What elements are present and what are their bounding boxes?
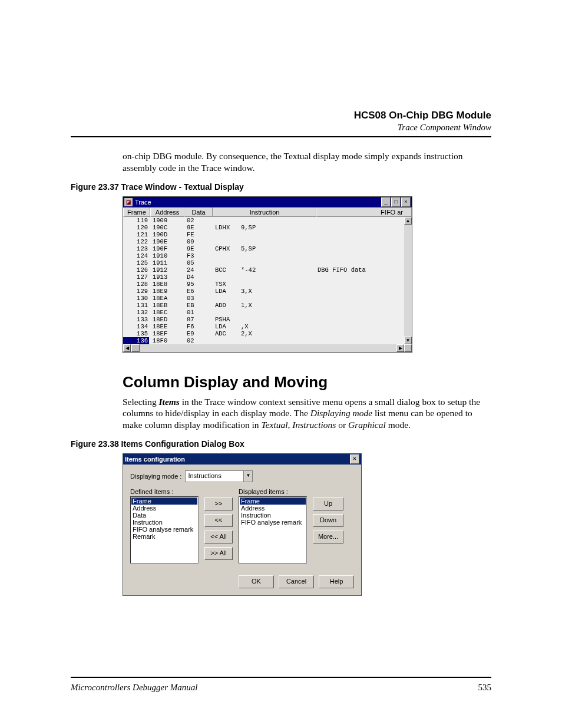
list-item[interactable]: Address bbox=[240, 505, 306, 512]
scroll-thumb[interactable] bbox=[131, 344, 140, 352]
ok-button[interactable]: OK bbox=[239, 575, 274, 588]
close-icon[interactable]: × bbox=[350, 454, 359, 464]
cell-frame: 136 bbox=[123, 337, 149, 344]
trace-row[interactable]: 1241910F3 bbox=[123, 252, 412, 259]
col-header-fifo[interactable]: FIFO ar bbox=[316, 207, 412, 217]
cell-frame: 121 bbox=[123, 231, 149, 238]
col-header-instruction[interactable]: Instruction bbox=[213, 207, 316, 217]
cancel-button[interactable]: Cancel bbox=[279, 575, 314, 588]
trace-row[interactable]: 126191224BCC*-42DBG FIFO data bbox=[123, 266, 412, 274]
items-dialog-titlebar[interactable]: Items configuration × bbox=[123, 454, 361, 465]
trace-row[interactable]: 119190902 bbox=[123, 217, 412, 224]
minimize-button[interactable]: _ bbox=[381, 197, 391, 207]
trace-title: Trace bbox=[135, 199, 151, 206]
horizontal-scrollbar[interactable]: ◀ ▶ bbox=[123, 344, 412, 353]
displayed-items-list[interactable]: FrameAddressInstructionFIFO analyse rema… bbox=[239, 496, 307, 564]
trace-row[interactable]: 1271913D4 bbox=[123, 274, 412, 281]
list-item[interactable]: Frame bbox=[240, 498, 306, 505]
list-item[interactable]: Instruction bbox=[131, 519, 197, 526]
trace-row[interactable]: 13118EBEBADD1,X bbox=[123, 302, 412, 309]
items-config-dialog: Items configuration × Displaying mode : … bbox=[123, 453, 362, 596]
cell-fifo bbox=[316, 281, 412, 288]
cell-frame: 120 bbox=[123, 224, 149, 231]
maximize-button[interactable]: □ bbox=[391, 197, 401, 207]
trace-row[interactable]: 13618F002 bbox=[123, 337, 412, 344]
cell-operand bbox=[240, 238, 316, 245]
trace-row[interactable]: 13318ED87PSHA bbox=[123, 316, 412, 323]
list-item[interactable]: Data bbox=[131, 512, 197, 519]
trace-body[interactable]: 119190902120190C9ELDHX9,SP121190DFE12219… bbox=[123, 217, 412, 344]
cell-data: FE bbox=[184, 231, 213, 238]
defined-items-list[interactable]: FrameAddressDataInstructionFIFO analyse … bbox=[130, 496, 199, 564]
scroll-down-arrow-icon[interactable]: ▼ bbox=[404, 337, 412, 344]
list-item[interactable]: FIFO analyse remark bbox=[131, 526, 197, 533]
cell-operand: 5,SP bbox=[240, 245, 316, 252]
col-header-data[interactable]: Data bbox=[184, 207, 213, 217]
cell-fifo bbox=[316, 224, 412, 231]
intro-paragraph: on-chip DBG module. By consequence, the … bbox=[123, 150, 491, 174]
list-item[interactable]: FIFO analyse remark bbox=[240, 519, 306, 526]
cell-operand bbox=[240, 337, 316, 344]
cell-frame: 130 bbox=[123, 295, 149, 302]
trace-row[interactable]: 125191105 bbox=[123, 259, 412, 266]
move-right-all-button[interactable]: >> All bbox=[204, 547, 233, 560]
cell-fifo bbox=[316, 245, 412, 252]
cell-frame: 129 bbox=[123, 288, 149, 295]
scroll-up-arrow-icon[interactable]: ▲ bbox=[404, 217, 412, 225]
scroll-left-arrow-icon[interactable]: ◀ bbox=[123, 344, 131, 352]
cell-operand bbox=[240, 309, 316, 316]
cell-operand bbox=[240, 274, 316, 281]
cell-frame: 135 bbox=[123, 330, 149, 337]
cell-operand: ,X bbox=[240, 323, 316, 330]
cell-fifo bbox=[316, 323, 412, 330]
more-button[interactable]: More... bbox=[313, 531, 343, 543]
cell-mnemonic: BCC bbox=[213, 266, 240, 274]
move-left-all-button[interactable]: << All bbox=[204, 531, 233, 543]
trace-row[interactable]: 13018EA03 bbox=[123, 295, 412, 302]
cell-operand bbox=[240, 295, 316, 302]
cell-data: 9E bbox=[184, 224, 213, 231]
cell-address: 18EA bbox=[149, 295, 184, 302]
trace-row[interactable]: 13518EFE9ADC2,X bbox=[123, 330, 412, 337]
trace-titlebar[interactable]: ◪ Trace _ □ × bbox=[123, 197, 412, 207]
col-header-frame[interactable]: Frame bbox=[123, 207, 150, 217]
trace-row[interactable]: 121190DFE bbox=[123, 231, 412, 238]
cell-mnemonic bbox=[213, 238, 240, 245]
cell-frame: 132 bbox=[123, 309, 149, 316]
cell-fifo bbox=[316, 309, 412, 316]
list-item[interactable]: Instruction bbox=[240, 512, 306, 519]
help-button[interactable]: Help bbox=[319, 575, 354, 588]
vertical-scrollbar[interactable]: ▲ ▼ bbox=[404, 217, 412, 344]
trace-row[interactable]: 13218EC01 bbox=[123, 309, 412, 316]
trace-row[interactable]: 122190E09 bbox=[123, 238, 412, 245]
cell-address: 1910 bbox=[149, 252, 184, 259]
cell-mnemonic bbox=[213, 309, 240, 316]
cell-data: D4 bbox=[184, 274, 213, 281]
close-button[interactable]: × bbox=[401, 197, 411, 207]
trace-row[interactable]: 13418EEF6LDA,X bbox=[123, 323, 412, 330]
list-item[interactable]: Frame bbox=[131, 498, 197, 505]
cell-data: EB bbox=[184, 302, 213, 309]
down-button[interactable]: Down bbox=[313, 514, 343, 527]
trace-row[interactable]: 123190F9ECPHX5,SP bbox=[123, 245, 412, 252]
cell-mnemonic bbox=[213, 231, 240, 238]
list-item[interactable]: Remark bbox=[131, 533, 197, 540]
up-button[interactable]: Up bbox=[313, 498, 343, 510]
trace-row[interactable]: 12918E9E6LDA3,X bbox=[123, 288, 412, 295]
trace-row[interactable]: 12818E895TSX bbox=[123, 281, 412, 288]
defined-items-label: Defined items : bbox=[130, 488, 199, 495]
move-right-button[interactable]: >> bbox=[204, 498, 233, 510]
cell-frame: 133 bbox=[123, 316, 149, 323]
displaying-mode-combo[interactable]: Instructions ▼ bbox=[185, 470, 253, 482]
col-header-address[interactable]: Address bbox=[150, 207, 184, 217]
doc-section-subtitle: Trace Component Window bbox=[71, 123, 491, 133]
list-item[interactable]: Address bbox=[131, 505, 197, 512]
trace-row[interactable]: 120190C9ELDHX9,SP bbox=[123, 224, 412, 231]
move-left-button[interactable]: << bbox=[204, 514, 233, 527]
chevron-down-icon[interactable]: ▼ bbox=[243, 471, 252, 482]
cell-mnemonic: LDA bbox=[213, 288, 240, 295]
cell-mnemonic bbox=[213, 217, 240, 224]
cell-address: 18F0 bbox=[149, 337, 184, 344]
section-paragraph: Selecting Items in the Trace window cont… bbox=[123, 396, 491, 431]
scroll-right-arrow-icon[interactable]: ▶ bbox=[396, 344, 404, 352]
